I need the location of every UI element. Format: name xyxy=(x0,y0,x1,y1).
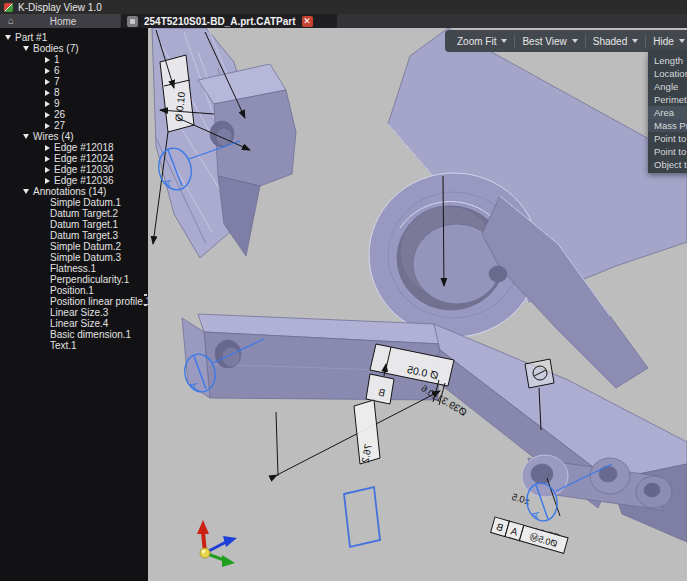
close-tab-button[interactable]: ✕ xyxy=(302,16,313,27)
expand-icon[interactable] xyxy=(45,112,50,118)
tree-item-annotation[interactable]: Position linear profile.1 xyxy=(0,296,148,307)
tree-item-annotation[interactable]: Datum Target.2 xyxy=(0,208,148,219)
tree-item-label: Datum Target.1 xyxy=(50,219,118,230)
tree-item-annotations[interactable]: Annotations (14) xyxy=(0,186,148,197)
tree-item-label: Bodies (7) xyxy=(33,43,79,54)
chevron-down-icon xyxy=(572,39,578,43)
tree-item-label: Wires (4) xyxy=(33,131,74,142)
tree-item-body[interactable]: 26 xyxy=(0,109,148,120)
measure-menu-item[interactable]: Angle xyxy=(648,80,687,93)
close-icon: ✕ xyxy=(303,16,311,26)
tree-item-label: Simple Datum.3 xyxy=(50,252,121,263)
tree-item-body[interactable]: 27 xyxy=(0,120,148,131)
expand-icon[interactable] xyxy=(45,79,50,85)
tree-item-body[interactable]: 8 xyxy=(0,87,148,98)
tree-item-annotation[interactable]: Perpendicularity.1 xyxy=(0,274,148,285)
tree-item-label: Annotations (14) xyxy=(33,186,106,197)
tree-item-annotation[interactable]: Simple Datum.3 xyxy=(0,252,148,263)
app-window: K-Display View 1.0 ⌂ Home 254T5210S01-BD… xyxy=(0,0,687,581)
tree-item-part[interactable]: Part #1 xyxy=(0,32,148,43)
best-view-label: Best View xyxy=(522,36,566,47)
tree-item-body[interactable]: 7 xyxy=(0,76,148,87)
sidebar-scroll-mark[interactable] xyxy=(144,304,147,306)
tree-item-annotation[interactable]: Basic dimension.1 xyxy=(0,329,148,340)
tree-item-annotation[interactable]: Text.1 xyxy=(0,340,148,351)
toolbar-divider xyxy=(645,35,646,48)
tree-item-label: Part #1 xyxy=(15,32,47,43)
tree-item-label: Flatness.1 xyxy=(50,263,96,274)
tree-item-label: 27 xyxy=(54,120,65,131)
tree-item-label: Perpendicularity.1 xyxy=(50,274,129,285)
tab-bar-filler xyxy=(337,14,687,28)
shaded-label: Shaded xyxy=(593,36,627,47)
zoom-fit-label: Zoom Fit xyxy=(457,36,496,47)
tree-item-annotation[interactable]: Linear Size.3 xyxy=(0,307,148,318)
measure-menu-item[interactable]: Location xyxy=(648,67,687,80)
datum-flag-b[interactable]: B xyxy=(366,374,394,404)
hide-button[interactable]: Hide xyxy=(653,36,685,47)
expand-icon[interactable] xyxy=(45,167,50,173)
tree-item-body[interactable]: 9 xyxy=(0,98,148,109)
measure-menu-item[interactable]: Mass Prop xyxy=(648,119,687,132)
tree-item-wires[interactable]: Wires (4) xyxy=(0,131,148,142)
shaded-button[interactable]: Shaded xyxy=(593,36,638,47)
tree-item-label: 9 xyxy=(54,98,60,109)
expand-icon[interactable] xyxy=(45,123,50,129)
expand-icon[interactable] xyxy=(45,178,50,184)
tree-item-label: 8 xyxy=(54,87,60,98)
measure-menu-item[interactable]: Perimeter xyxy=(648,93,687,106)
viewport[interactable]: Ø 0.10 Ø 0.05 B xyxy=(148,28,687,581)
app-icon xyxy=(4,3,13,12)
window-title: K-Display View 1.0 xyxy=(18,2,102,13)
zoom-fit-button[interactable]: Zoom Fit xyxy=(457,36,507,47)
collapse-icon[interactable] xyxy=(23,46,29,51)
hide-label: Hide xyxy=(653,36,674,47)
measure-menu-item[interactable]: Object to xyxy=(648,158,687,171)
home-tab[interactable]: ⌂ Home xyxy=(0,14,120,28)
expand-icon[interactable] xyxy=(45,57,50,63)
measure-menu-item[interactable]: Point to C xyxy=(648,145,687,158)
expand-icon[interactable] xyxy=(45,156,50,162)
gear-icon[interactable] xyxy=(127,16,138,27)
tree-item-annotation[interactable]: Simple Datum.1 xyxy=(0,197,148,208)
expand-icon[interactable] xyxy=(45,90,50,96)
toolbar-divider xyxy=(585,35,586,48)
collapse-icon[interactable] xyxy=(23,189,29,194)
tree-item-label: Position.1 xyxy=(50,285,94,296)
tree-item-body[interactable]: 1 xyxy=(0,54,148,65)
tree-item-label: Position linear profile.1 xyxy=(50,296,148,307)
tree-item-annotation[interactable]: Flatness.1 xyxy=(0,263,148,274)
measure-menu-item[interactable]: Length xyxy=(648,54,687,67)
triad-origin xyxy=(200,548,210,558)
tree-item-edge[interactable]: Edge #12024 xyxy=(0,153,148,164)
collapse-icon[interactable] xyxy=(23,134,29,139)
measure-menu-item[interactable]: Point to P xyxy=(648,132,687,145)
tree-item-label: 26 xyxy=(54,109,65,120)
expand-icon[interactable] xyxy=(45,68,50,74)
tree-item-label: Basic dimension.1 xyxy=(50,329,131,340)
measure-menu-item[interactable]: Area xyxy=(648,106,687,119)
tree-item-annotation[interactable]: Datum Target.1 xyxy=(0,219,148,230)
tree-item-body[interactable]: 6 xyxy=(0,65,148,76)
best-view-button[interactable]: Best View xyxy=(522,36,577,47)
document-tab[interactable]: 254T5210S01-BD_A.prt.CATPart ✕ xyxy=(121,14,337,28)
tree-item-annotation[interactable]: Linear Size.4 xyxy=(0,318,148,329)
tree-item-annotation[interactable]: Datum Target.3 xyxy=(0,230,148,241)
tree-item-bodies[interactable]: Bodies (7) xyxy=(0,43,148,54)
tree-item-edge[interactable]: Edge #12030 xyxy=(0,164,148,175)
document-tab-label: 254T5210S01-BD_A.prt.CATPart xyxy=(144,16,296,27)
tree-item-annotation[interactable]: Position.1 xyxy=(0,285,148,296)
sidebar-scroll-mark[interactable] xyxy=(144,294,147,296)
tree-item-label: Edge #12036 xyxy=(54,175,114,186)
tree-item-edge[interactable]: Edge #12036 xyxy=(0,175,148,186)
tree-item-label: Edge #12018 xyxy=(54,142,114,153)
collapse-icon[interactable] xyxy=(5,35,11,40)
tree-item-label: Datum Target.2 xyxy=(50,208,118,219)
tab-bar: ⌂ Home 254T5210S01-BD_A.prt.CATPart ✕ xyxy=(0,14,687,28)
tree-item-label: Linear Size.3 xyxy=(50,307,108,318)
expand-icon[interactable] xyxy=(45,101,50,107)
3d-scene[interactable]: Ø 0.10 Ø 0.05 B xyxy=(148,28,687,581)
tree-item-edge[interactable]: Edge #12018 xyxy=(0,142,148,153)
tree-item-annotation[interactable]: Simple Datum.2 xyxy=(0,241,148,252)
expand-icon[interactable] xyxy=(45,145,50,151)
